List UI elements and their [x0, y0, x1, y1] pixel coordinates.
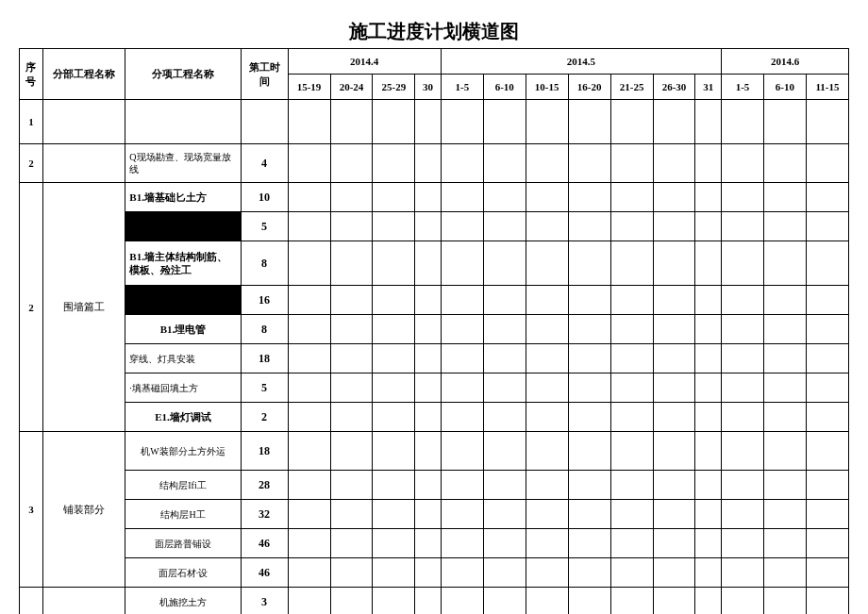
gantt-cell: [610, 403, 653, 432]
gantt-cell: [330, 315, 373, 344]
gantt-cell: [610, 315, 653, 344]
gantt-cell: [330, 500, 373, 529]
header-seq: 序号: [20, 49, 43, 100]
item-cell: [125, 212, 241, 241]
gantt-cell: [610, 144, 653, 183]
gantt-cell: [568, 212, 610, 241]
gantt-cell: [441, 241, 483, 286]
gantt-cell: [415, 432, 441, 471]
gantt-cell: [288, 241, 330, 286]
gantt-cell: [722, 241, 764, 286]
gantt-cell: [483, 471, 526, 500]
gantt-cell: [610, 529, 653, 558]
dur-cell: 8: [241, 241, 288, 286]
gantt-cell: [610, 588, 653, 615]
seq-cell: 3: [20, 432, 43, 588]
item-cell: B1.埋电管: [125, 315, 241, 344]
gantt-cell: [763, 212, 806, 241]
gantt-cell: [415, 100, 441, 144]
gantt-cell: [288, 373, 330, 403]
gantt-cell: [763, 241, 806, 286]
gantt-cell: [568, 529, 610, 558]
header-date: 31: [695, 75, 722, 100]
gantt-cell: [330, 286, 373, 315]
gantt-cell: [373, 286, 415, 315]
gantt-cell: [695, 500, 722, 529]
gantt-cell: [288, 315, 330, 344]
gantt-cell: [415, 403, 441, 432]
gantt-cell: [653, 471, 695, 500]
gantt-cell: [441, 471, 483, 500]
item-cell: 结构层H工: [125, 500, 241, 529]
gantt-cell: [722, 529, 764, 558]
gantt-cell: [722, 212, 764, 241]
gantt-cell: [483, 144, 526, 183]
gantt-cell: [288, 471, 330, 500]
gantt-cell: [763, 144, 806, 183]
gantt-cell: [288, 144, 330, 183]
gantt-cell: [441, 403, 483, 432]
gantt-cell: [373, 373, 415, 403]
header-date: 25-29: [373, 75, 415, 100]
seq-cell: 2: [20, 144, 43, 183]
dur-cell: 18: [241, 344, 288, 373]
gantt-cell: [653, 500, 695, 529]
gantt-cell: [695, 241, 722, 286]
gantt-cell: [526, 286, 568, 315]
gantt-cell: [806, 241, 848, 286]
gantt-cell: [441, 344, 483, 373]
gantt-cell: [441, 286, 483, 315]
item-cell: 面层石材·设: [125, 558, 241, 588]
gantt-cell: [330, 432, 373, 471]
gantt-cell: [722, 373, 764, 403]
dur-cell: 5: [241, 373, 288, 403]
gantt-cell: [441, 100, 483, 144]
gantt-cell: [373, 471, 415, 500]
gantt-cell: [415, 500, 441, 529]
gantt-cell: [763, 373, 806, 403]
gantt-cell: [373, 212, 415, 241]
gantt-cell: [483, 183, 526, 212]
gantt-cell: [373, 500, 415, 529]
item-cell: 穿线、灯具安装: [125, 344, 241, 373]
gantt-cell: [610, 471, 653, 500]
gantt-cell: [568, 373, 610, 403]
gantt-cell: [806, 529, 848, 558]
gantt-cell: [653, 212, 695, 241]
gantt-cell: [653, 558, 695, 588]
cat-cell: 围墙篇工: [42, 183, 125, 432]
item-cell: 面层路普铺设: [125, 529, 241, 558]
gantt-cell: [415, 344, 441, 373]
gantt-cell: [806, 315, 848, 344]
item-cell: Q现场勘查、现场宽量放线: [125, 144, 241, 183]
gantt-cell: [415, 241, 441, 286]
item-cell: 结构层Ifi工: [125, 471, 241, 500]
gantt-cell: [568, 558, 610, 588]
gantt-cell: [415, 286, 441, 315]
gantt-cell: [415, 588, 441, 615]
gantt-cell: [415, 471, 441, 500]
gantt-cell: [330, 588, 373, 615]
gantt-cell: [288, 588, 330, 615]
gantt-cell: [653, 432, 695, 471]
gantt-cell: [610, 286, 653, 315]
seq-cell: 1: [20, 100, 43, 144]
gantt-cell: [653, 183, 695, 212]
gantt-cell: [806, 588, 848, 615]
gantt-cell: [763, 588, 806, 615]
header-date: 20-24: [330, 75, 373, 100]
gantt-cell: [763, 529, 806, 558]
gantt-cell: [763, 500, 806, 529]
gantt-cell: [330, 100, 373, 144]
gantt-cell: [763, 432, 806, 471]
gantt-cell: [653, 286, 695, 315]
gantt-cell: [568, 100, 610, 144]
gantt-cell: [526, 500, 568, 529]
dur-cell: 10: [241, 183, 288, 212]
gantt-cell: [441, 588, 483, 615]
cat-cell: 景埴、景观小品: [42, 588, 125, 615]
gantt-cell: [483, 212, 526, 241]
gantt-cell: [373, 344, 415, 373]
gantt-cell: [695, 403, 722, 432]
dur-cell: 28: [241, 471, 288, 500]
